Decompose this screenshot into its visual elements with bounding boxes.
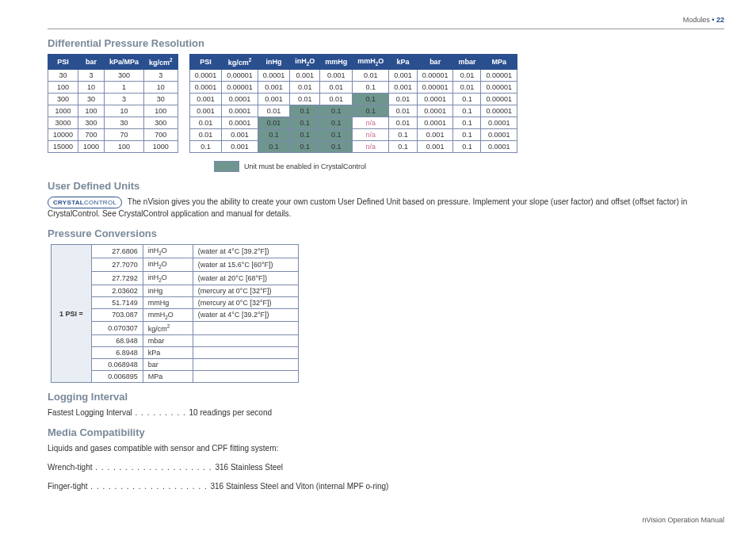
media-item: Finger-tight . . . . . . . . . . . . . .… (48, 481, 724, 492)
divider (48, 29, 724, 29)
badge-bold: CRYSTAL (53, 199, 84, 206)
logging-row: Fastest Logging Interval . . . . . . . .… (48, 407, 724, 418)
page-header: Modules • 22 (48, 16, 724, 24)
heading-user-defined-units: User Defined Units (48, 180, 724, 192)
legend: Unit must be enabled in CrystalControl (214, 161, 724, 172)
tables-container: PSIbarkPa/MPakg/cm2303300310010110300303… (48, 54, 724, 153)
udu-paragraph: CRYSTALCONTROL The nVision gives you the… (48, 197, 724, 220)
heading-media-compatibility: Media Compatibility (48, 426, 724, 438)
page-number: 22 (716, 16, 724, 24)
header-section: Modules (683, 16, 710, 24)
badge-rest: CONTROL (84, 199, 116, 206)
heading-diff-pressure: Differential Pressure Resolution (48, 37, 724, 49)
table-b: PSIkg/cm2inHginH2OmmHgmmH2OkPabarmbarMPa… (189, 54, 517, 153)
logging-value: 10 readings per second (189, 408, 273, 417)
legend-swatch (214, 161, 239, 172)
media-list: Wrench-tight . . . . . . . . . . . . . .… (48, 462, 724, 492)
media-intro: Liquids and gases compatible with sensor… (48, 443, 724, 454)
heading-pressure-conversions: Pressure Conversions (48, 227, 724, 239)
crystal-control-badge: CRYSTALCONTROL (48, 197, 122, 208)
heading-logging-interval: Logging Interval (48, 391, 724, 403)
media-item: Wrench-tight . . . . . . . . . . . . . .… (48, 462, 724, 473)
logging-label: Fastest Logging Interval (48, 408, 132, 417)
legend-text: Unit must be enabled in CrystalControl (244, 162, 366, 170)
table-a: PSIbarkPa/MPakg/cm2303300310010110300303… (48, 54, 178, 153)
table-conversions: 1 PSI =27.6806inH2O(water at 4°C [39.2°F… (51, 244, 299, 383)
udu-text: The nVision gives you the ability to cre… (48, 197, 687, 218)
dots: . . . . . . . . . (132, 408, 189, 417)
footer-text: nVision Operation Manual (48, 516, 724, 524)
